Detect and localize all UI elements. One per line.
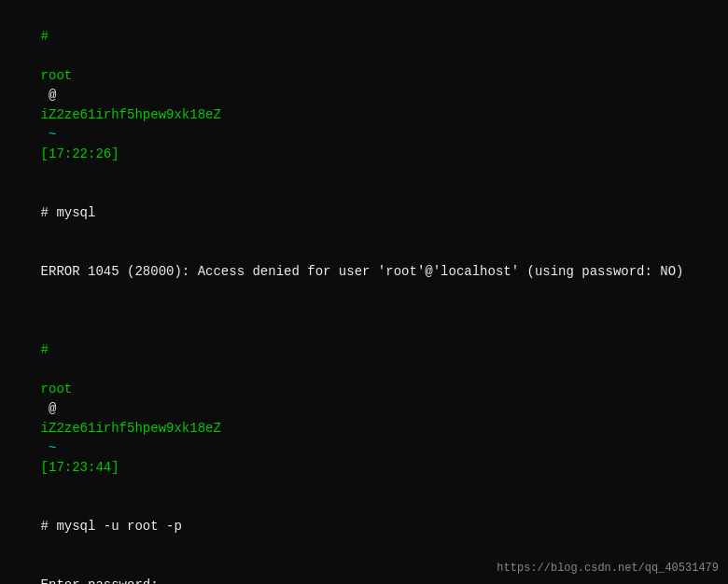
hash-2: # [41,342,49,357]
hash-1: # [41,29,49,44]
time-1: [17:22:26] [41,146,119,161]
user-2: root [41,382,73,396]
watermark: https://blog.csdn.net/qq_40531479 [497,562,719,575]
user-1: root [41,68,73,83]
host-1: iZ2ze61irhf5hpew9xk18eZ [41,107,221,122]
prompt-line-2: # root @ iZ2ze61irhf5hpew9xk18eZ ~ [17:2… [9,321,719,497]
host-2: iZ2ze61irhf5hpew9xk18eZ [41,421,221,436]
time-2: [17:23:44] [41,460,119,475]
error-line: ERROR 1045 (28000): Access denied for us… [9,243,719,301]
terminal: # root @ iZ2ze61irhf5hpew9xk18eZ ~ [17:2… [0,0,728,584]
prompt-line-1: # root @ iZ2ze61irhf5hpew9xk18eZ ~ [17:2… [9,7,719,184]
cmd-line-2: # mysql -u root -p [9,497,719,556]
blank-1 [9,301,719,321]
cmd-line-1: # mysql [9,184,719,243]
